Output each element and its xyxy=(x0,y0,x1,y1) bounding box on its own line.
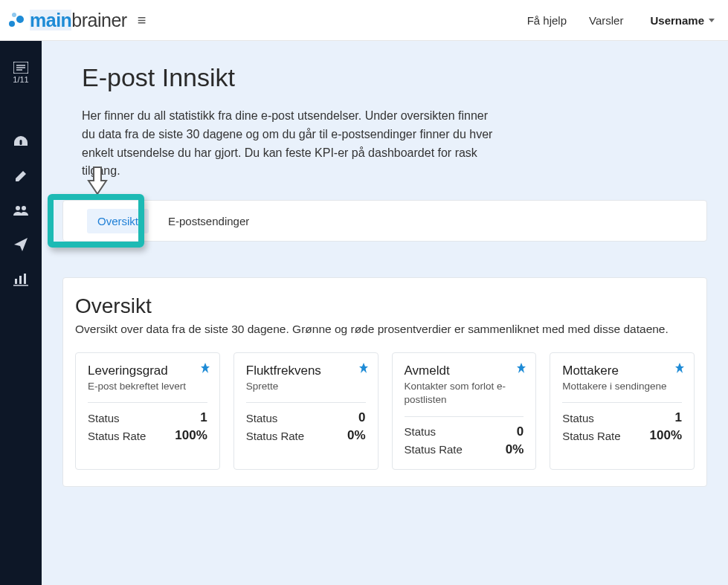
svg-rect-10 xyxy=(15,279,17,284)
kpi-rate-value: 0% xyxy=(347,428,366,443)
pin-icon[interactable] xyxy=(199,362,212,378)
tab-sendings[interactable]: E-postsendinger xyxy=(158,209,260,233)
svg-point-9 xyxy=(22,206,26,210)
tabs-bar: Oversikt E-postsendinger xyxy=(62,200,707,242)
kpi-sub: Mottakere i sendingene xyxy=(562,380,682,393)
kpi-grid: Leveringsgrad E-post bekreftet levert St… xyxy=(75,352,695,469)
chart-icon xyxy=(13,273,28,286)
logo-text-brainer: brainer xyxy=(71,10,126,30)
kpi-rate-value: 100% xyxy=(175,428,207,443)
kpi-card-recipients: Mottakere Mottakere i sendingene Status … xyxy=(550,352,695,469)
pencil-icon xyxy=(13,169,28,184)
chevron-down-icon xyxy=(709,19,715,22)
divider xyxy=(88,402,207,403)
menu-toggle-icon[interactable]: ≡ xyxy=(138,12,146,29)
sidebar-item-editor[interactable] xyxy=(0,169,42,184)
kpi-rate-label: Status Rate xyxy=(88,430,146,442)
page-title: E-post Innsikt xyxy=(82,63,688,92)
kpi-status-value: 0 xyxy=(517,424,524,439)
svg-rect-12 xyxy=(24,274,26,284)
svg-point-0 xyxy=(9,21,15,27)
alerts-link[interactable]: Varsler xyxy=(589,14,623,27)
svg-rect-11 xyxy=(19,276,22,284)
pin-icon[interactable] xyxy=(673,362,686,378)
kpi-status-label: Status xyxy=(88,412,120,424)
kpi-sub: Kontakter som forlot e-postlisten xyxy=(405,380,524,407)
logo-text-main: main xyxy=(30,10,71,30)
send-icon xyxy=(13,237,28,252)
kpi-card-delivery: Leveringsgrad E-post bekreftet levert St… xyxy=(75,352,220,469)
left-sidebar: 1/11 xyxy=(0,41,42,585)
tabs-container: Oversikt E-postsendinger xyxy=(42,200,728,242)
kpi-name: Avmeldt xyxy=(405,363,524,378)
dashboard-icon xyxy=(13,135,29,148)
tab-overview[interactable]: Oversikt xyxy=(87,209,149,233)
divider xyxy=(405,416,524,417)
svg-point-1 xyxy=(16,16,24,23)
user-menu[interactable]: Username xyxy=(650,14,715,27)
kpi-card-bounce: Fluktfrekvens Sprette Status 0 Status Ra… xyxy=(233,352,379,469)
divider xyxy=(246,402,366,403)
kpi-rate-label: Status Rate xyxy=(562,430,620,442)
people-icon xyxy=(13,204,29,216)
logo[interactable]: mainbrainer xyxy=(7,10,127,31)
page-description: Her finner du all statistikk fra dine e-… xyxy=(82,107,498,181)
sidebar-item-dashboard[interactable] xyxy=(0,135,42,148)
pin-icon[interactable] xyxy=(515,362,528,378)
kpi-name: Leveringsgrad xyxy=(88,363,207,378)
kpi-rate-label: Status Rate xyxy=(405,443,463,456)
kpi-card-unsubscribed: Avmeldt Kontakter som forlot e-postliste… xyxy=(392,352,537,469)
kpi-sub: E-post bekreftet levert xyxy=(88,380,207,393)
svg-point-2 xyxy=(12,13,16,17)
overview-panel: Oversikt Oversikt over data fra de siste… xyxy=(62,277,707,486)
overview-description: Oversikt over data fra de siste 30 dagen… xyxy=(75,323,695,336)
kpi-status-label: Status xyxy=(246,412,278,424)
divider xyxy=(562,402,682,403)
page-header: E-post Innsikt Her finner du all statist… xyxy=(42,41,728,200)
kpi-status-value: 0 xyxy=(358,410,365,425)
sidebar-item-send[interactable] xyxy=(0,237,42,252)
kpi-status-label: Status xyxy=(562,412,594,424)
sidebar-item-contacts[interactable] xyxy=(0,204,42,216)
kpi-rate-label: Status Rate xyxy=(246,430,304,442)
main-area: E-post Innsikt Her finner du all statist… xyxy=(42,41,728,585)
kpi-rate-value: 0% xyxy=(506,442,524,457)
kpi-status-label: Status xyxy=(405,425,437,438)
list-icon xyxy=(13,62,28,74)
svg-rect-7 xyxy=(20,140,22,145)
pin-icon[interactable] xyxy=(357,362,370,378)
kpi-status-value: 1 xyxy=(675,410,682,425)
top-bar: mainbrainer ≡ Få hjelp Varsler Username xyxy=(0,0,728,41)
logo-dots-icon xyxy=(7,10,27,30)
kpi-name: Mottakere xyxy=(562,363,682,378)
username-label: Username xyxy=(650,14,704,27)
overview-title: Oversikt xyxy=(75,294,695,318)
sidebar-item-insights[interactable] xyxy=(0,273,42,286)
kpi-sub: Sprette xyxy=(246,380,366,393)
kpi-name: Fluktfrekvens xyxy=(246,363,366,378)
kpi-rate-value: 100% xyxy=(650,428,682,443)
sidebar-item-step[interactable]: 1/11 xyxy=(0,62,42,84)
help-link[interactable]: Få hjelp xyxy=(527,14,567,27)
step-counter: 1/11 xyxy=(13,75,28,84)
svg-point-8 xyxy=(16,206,20,210)
kpi-status-value: 1 xyxy=(200,410,207,425)
